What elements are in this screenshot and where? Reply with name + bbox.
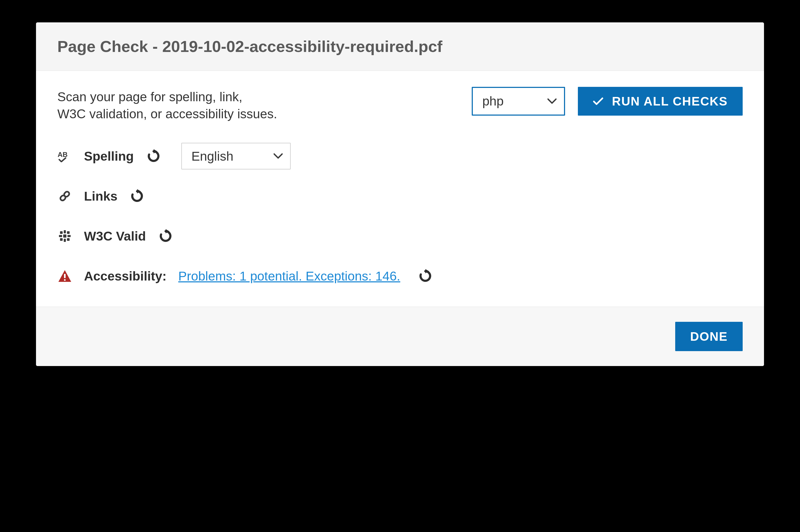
svg-rect-2 <box>63 191 70 197</box>
w3c-row: W3C Valid <box>57 221 743 251</box>
links-row: Links <box>57 182 743 211</box>
spelling-refresh-button[interactable] <box>146 148 162 164</box>
spelling-row: AB Spelling English <box>57 141 743 171</box>
intro-line-1: Scan your page for spelling, link, <box>57 90 242 104</box>
svg-rect-11 <box>63 234 67 238</box>
svg-rect-10 <box>67 238 70 241</box>
dialog-header: Page Check - 2019-10-02-accessibility-re… <box>36 22 764 71</box>
run-all-checks-label: Run All Checks <box>612 94 728 109</box>
svg-rect-8 <box>67 231 70 234</box>
format-select[interactable]: php <box>472 87 565 116</box>
link-icon <box>57 189 72 203</box>
links-refresh-button[interactable] <box>129 188 145 204</box>
intro-text: Scan your page for spelling, link, W3C v… <box>57 87 277 123</box>
spellcheck-icon: AB <box>57 150 72 162</box>
svg-rect-9 <box>60 238 63 241</box>
chevron-down-icon <box>274 153 283 159</box>
spelling-language-value: English <box>192 149 233 164</box>
accessibility-result-link[interactable]: Problems: 1 potential. Exceptions: 146. <box>178 269 400 283</box>
top-row: Scan your page for spelling, link, W3C v… <box>57 87 743 123</box>
accessibility-label: Accessibility: <box>84 269 166 283</box>
svg-rect-4 <box>64 239 66 242</box>
dialog-footer: Done <box>36 307 764 366</box>
svg-text:AB: AB <box>58 151 68 158</box>
svg-rect-3 <box>64 230 66 233</box>
w3c-refresh-button[interactable] <box>158 228 174 244</box>
svg-rect-7 <box>60 231 63 234</box>
done-button[interactable]: Done <box>675 322 743 351</box>
run-all-checks-button[interactable]: Run All Checks <box>578 87 743 116</box>
accessibility-row: Accessibility: Problems: 1 potential. Ex… <box>57 261 743 291</box>
refresh-icon <box>418 269 432 283</box>
svg-rect-6 <box>68 235 71 237</box>
svg-rect-12 <box>64 274 66 278</box>
svg-rect-5 <box>59 235 62 237</box>
svg-rect-13 <box>64 279 66 281</box>
refresh-icon <box>130 189 144 203</box>
accessibility-refresh-button[interactable] <box>417 268 433 284</box>
dialog-body: Scan your page for spelling, link, W3C v… <box>36 71 764 307</box>
check-icon <box>593 97 603 106</box>
chevron-down-icon <box>547 98 557 104</box>
links-label: Links <box>84 189 117 204</box>
spelling-label: Spelling <box>84 149 134 164</box>
top-controls: php Run All Checks <box>472 87 743 116</box>
refresh-icon <box>147 149 161 163</box>
format-select-value: php <box>483 94 504 109</box>
globe-icon <box>57 229 72 243</box>
warning-icon <box>57 270 72 282</box>
dialog-title: Page Check - 2019-10-02-accessibility-re… <box>57 37 743 56</box>
w3c-label: W3C Valid <box>84 229 146 244</box>
page-check-dialog: Page Check - 2019-10-02-accessibility-re… <box>36 22 764 366</box>
refresh-icon <box>159 229 172 243</box>
stage: Page Check - 2019-10-02-accessibility-re… <box>18 17 783 515</box>
intro-line-2: W3C validation, or accessibility issues. <box>57 107 277 121</box>
spelling-language-select[interactable]: English <box>181 143 291 169</box>
